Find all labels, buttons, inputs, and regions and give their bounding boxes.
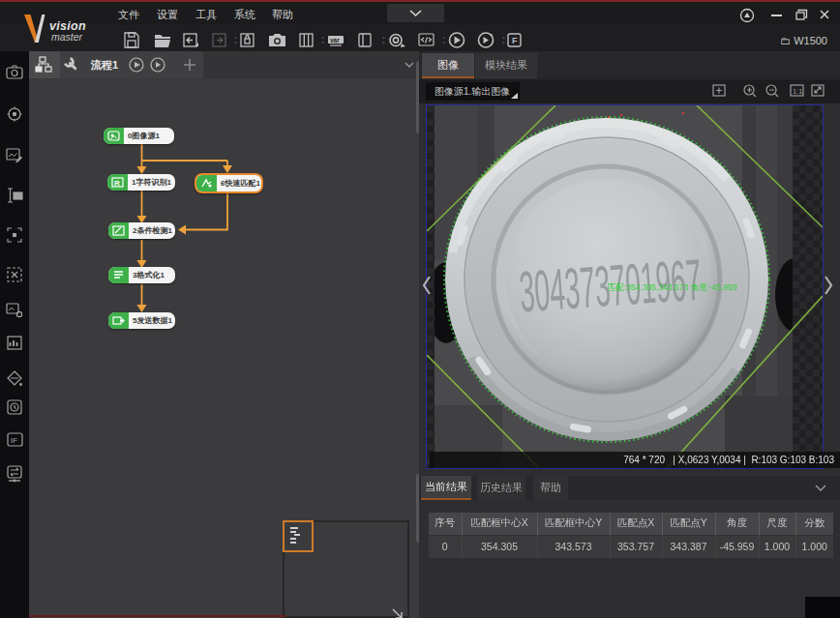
svg-text:流程1: 流程1 <box>90 59 118 71</box>
svg-text:1:1: 1:1 <box>793 87 802 96</box>
svg-text:IF: IF <box>11 436 17 445</box>
svg-text:R: R <box>114 179 120 188</box>
svg-text:master: master <box>51 31 83 43</box>
svg-text:var: var <box>330 37 340 44</box>
svg-text:匹配:354.305,343.573 角度:-45.959: 匹配:354.305,343.573 角度:-45.959 <box>608 282 737 292</box>
svg-text:F: F <box>512 36 518 45</box>
